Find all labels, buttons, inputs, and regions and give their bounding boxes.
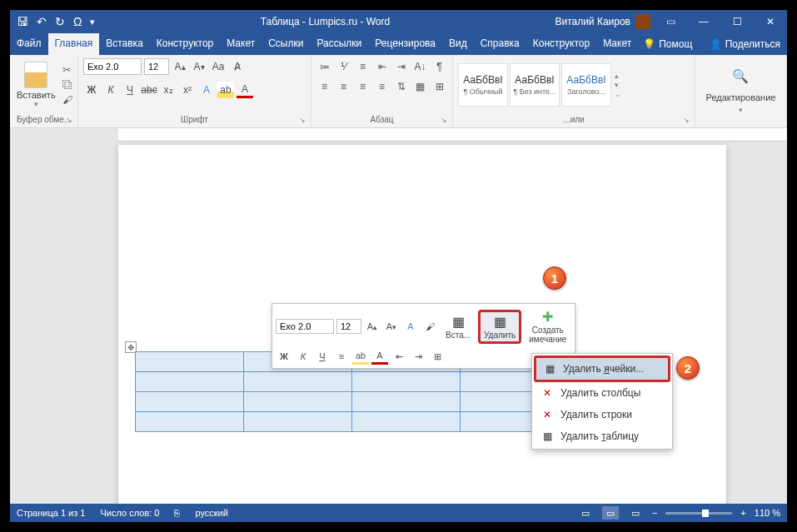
italic-button[interactable]: К [295,348,311,365]
underline-button[interactable]: Ч [122,82,138,98]
dec-indent-icon[interactable]: ⇤ [374,58,391,75]
justify-icon[interactable]: ≡ [374,78,391,95]
change-case-icon[interactable]: Aa [210,58,227,75]
italic-button[interactable]: К [102,82,119,98]
find-icon[interactable]: 🔍 [732,68,749,84]
word-count[interactable]: Число слов: 0 [100,508,159,518]
multilevel-icon[interactable]: ≡ [355,58,371,75]
maximize-icon[interactable]: ☐ [720,10,754,33]
highlight-icon[interactable]: ab [217,82,234,98]
tab-layout[interactable]: Макет [220,33,262,55]
delete-cells-item[interactable]: ▦Удалить ячейки... [534,355,670,382]
numbering-icon[interactable]: ⅟ [336,58,352,75]
mini-font-size[interactable] [336,319,361,334]
language-status[interactable]: русский [195,508,227,518]
zoom-out-icon[interactable]: − [652,508,657,518]
line-spacing-icon[interactable]: ⇅ [393,78,410,95]
tab-references[interactable]: Ссылки [262,33,310,55]
delete-columns-item[interactable]: ✕Удалить столбцы [534,382,670,404]
styles-up-icon[interactable]: ▴ [615,72,621,80]
clear-format-icon[interactable]: A̷ [229,58,246,75]
subscript-button[interactable]: x₂ [160,82,177,98]
table-row[interactable] [136,392,569,412]
launcher-icon[interactable]: ↘ [299,116,306,124]
table-row[interactable] [136,412,569,432]
superscript-button[interactable]: x² [179,82,196,98]
web-layout-icon[interactable]: ▭ [627,506,644,520]
inc-indent-icon[interactable]: ⇥ [393,58,410,75]
style-normal[interactable]: АаБбВвІ¶ Обычный [458,63,508,107]
style-heading1[interactable]: АаБбВвІЗаголово... [561,63,611,107]
mini-font-name[interactable] [276,319,334,334]
styles-more-icon[interactable]: ⌄ [615,90,621,98]
shading-icon[interactable]: ▦ [412,78,429,95]
tab-review[interactable]: Рецензирова [368,33,442,55]
inc-indent-icon[interactable]: ⇥ [410,348,426,365]
shrink-font-icon[interactable]: A▾ [383,318,400,335]
borders-icon[interactable]: ⊞ [431,78,448,95]
shrink-font-icon[interactable]: A▾ [191,58,207,75]
tab-table-design[interactable]: Конструктор [526,33,596,55]
paste-button[interactable]: Вставить ▾ [13,58,59,112]
tab-mailings[interactable]: Рассылки [310,33,368,55]
table-row[interactable] [136,372,569,392]
launcher-icon[interactable]: ↘ [683,116,690,124]
bullets-icon[interactable]: ≔ [316,58,333,75]
bold-button[interactable]: Ж [83,82,100,98]
delete-rows-item[interactable]: ✕Удалить строки [534,404,670,425]
ribbon-display-icon[interactable]: ▭ [654,10,687,33]
print-layout-icon[interactable]: ▭ [602,506,619,520]
proofing-icon[interactable]: ⎘ [174,508,180,518]
highlight-icon[interactable]: ab [352,348,369,365]
tab-help[interactable]: Справка [474,33,526,55]
underline-button[interactable]: Ч [314,348,331,365]
font-color-icon[interactable]: A [371,348,388,365]
dec-indent-icon[interactable]: ⇤ [391,348,407,365]
launcher-icon[interactable]: ↘ [441,116,447,124]
minimize-icon[interactable]: — [687,10,720,33]
redo-icon[interactable]: ↻ [55,15,65,28]
format-painter-icon[interactable]: 🖌 [421,318,438,335]
tab-file[interactable]: Файл [10,33,48,55]
undo-icon[interactable]: ↶ [37,15,47,28]
styles-down-icon[interactable]: ▾ [615,81,621,89]
mini-delete-button[interactable]: ▦Удалить [478,310,521,344]
zoom-slider[interactable] [665,512,732,515]
align-icon[interactable]: ≡ [333,348,350,365]
align-center-icon[interactable]: ≡ [336,78,352,95]
borders-icon[interactable]: ⊞ [429,348,446,365]
bold-button[interactable]: Ж [276,348,292,365]
share-button[interactable]: 👤Поделиться [703,33,787,55]
tell-me[interactable]: 💡Помощ [638,33,697,55]
show-marks-icon[interactable]: ¶ [431,58,448,75]
grow-font-icon[interactable]: A▴ [172,58,188,75]
tab-design[interactable]: Конструктор [150,33,220,55]
copy-icon[interactable]: ⿻ [62,79,72,91]
tab-table-layout[interactable]: Макет [596,33,638,55]
launcher-icon[interactable]: ↘ [66,116,72,124]
align-right-icon[interactable]: ≡ [355,78,371,95]
text-effects-icon[interactable]: A [198,82,215,98]
zoom-in-icon[interactable]: + [740,508,745,518]
zoom-value[interactable]: 110 % [755,508,780,518]
style-no-spacing[interactable]: АаБбВвІ¶ Без инте... [510,63,560,107]
tab-home[interactable]: Главная [48,33,100,55]
font-size-input[interactable] [144,58,169,75]
save-icon[interactable]: 🖫 [17,15,28,28]
read-mode-icon[interactable]: ▭ [577,506,594,520]
font-name-input[interactable] [83,58,142,75]
cut-icon[interactable]: ✂ [62,64,72,76]
font-color-icon[interactable]: A [237,82,253,98]
user-name[interactable]: Виталий Каиров [555,16,630,27]
horizontal-ruler[interactable] [118,128,787,142]
delete-table-item[interactable]: ▦Удалить таблицу [534,425,670,447]
close-icon[interactable]: ✕ [754,10,787,33]
omega-icon[interactable]: Ω [73,15,82,28]
sort-icon[interactable]: A↓ [412,58,429,75]
strike-button[interactable]: abc [141,82,157,98]
page-status[interactable]: Страница 1 из 1 [17,508,85,518]
mini-insert-button[interactable]: ▦Вста... [441,312,476,341]
align-left-icon[interactable]: ≡ [316,78,333,95]
styles-icon[interactable]: A [402,318,419,335]
document-area[interactable]: ✥ A▴ A▾ A 🖌 ▦Вста... ▦Удалить ✚Создатьим… [10,128,787,504]
